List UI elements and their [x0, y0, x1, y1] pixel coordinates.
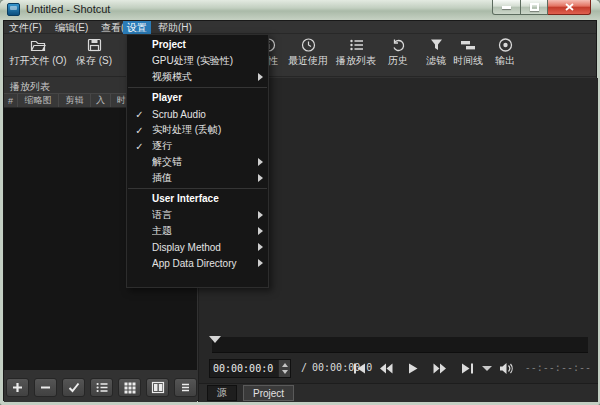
- position-spinbox[interactable]: 00:00:00:0: [209, 359, 291, 378]
- menu-file[interactable]: 文件(F): [5, 21, 46, 34]
- rewind-button[interactable]: [376, 361, 396, 376]
- playlist-add-button[interactable]: [6, 378, 29, 397]
- minimize-icon: [502, 6, 511, 9]
- menu-item-theme[interactable]: 主题: [127, 223, 268, 239]
- menu-section-project: Project: [127, 37, 268, 53]
- submenu-arrow-icon: [258, 73, 263, 81]
- hamburger-icon: [180, 382, 191, 393]
- menu-separator: [127, 85, 268, 90]
- maximize-button[interactable]: [521, 0, 548, 15]
- timeline-icon: [460, 38, 476, 52]
- skip-to-start-button[interactable]: [349, 361, 369, 376]
- playlist-update-button[interactable]: [62, 378, 85, 397]
- play-button[interactable]: [403, 361, 423, 376]
- save-button[interactable]: 保存 (S): [72, 38, 116, 68]
- app-icon: [7, 3, 20, 16]
- spin-up-icon[interactable]: [282, 363, 288, 367]
- open-file-button[interactable]: 打开文件 (O): [9, 38, 67, 68]
- submenu-arrow-icon: [258, 158, 263, 166]
- list-icon: [349, 38, 364, 52]
- volume-icon[interactable]: [499, 362, 514, 375]
- export-button[interactable]: 输出: [486, 38, 524, 68]
- menu-item-progressive[interactable]: ✓ 逐行: [127, 138, 268, 154]
- submenu-arrow-icon: [258, 211, 263, 219]
- menu-item-app-data-directory[interactable]: App Data Directory: [127, 255, 268, 271]
- menu-item-gpu[interactable]: GPU处理 (实验性): [127, 53, 268, 69]
- settings-dropdown-menu: Project GPU处理 (实验性) 视频模式 Player ✓ Scrub …: [126, 34, 269, 288]
- tab-source[interactable]: 源: [207, 385, 237, 401]
- menu-item-deinterlacer[interactable]: 解交错: [127, 154, 268, 170]
- minimize-button[interactable]: [492, 0, 521, 15]
- shotcut-window: Untitled - Shotcut 文件(F) 编辑(E) 查看(V) 设置 …: [0, 0, 600, 405]
- player-scrubber[interactable]: [212, 337, 588, 353]
- playhead-marker-icon[interactable]: [209, 336, 221, 343]
- play-icon: [408, 363, 418, 374]
- duration-separator: /: [301, 362, 307, 373]
- open-file-label: 打开文件 (O): [9, 54, 66, 68]
- volume-controls: [482, 361, 514, 376]
- skip-to-end-button[interactable]: [457, 361, 477, 376]
- tab-project[interactable]: Project: [243, 385, 294, 401]
- recent-label: 最近使用: [288, 54, 328, 68]
- menubar: 文件(F) 编辑(E) 查看(V) 设置 帮助(H): [4, 21, 596, 34]
- save-icon: [87, 38, 102, 52]
- export-label: 输出: [495, 54, 515, 68]
- menu-settings[interactable]: 设置: [123, 21, 151, 34]
- menu-item-realtime[interactable]: ✓ 实时处理 (丢帧): [127, 122, 268, 138]
- close-icon: [565, 3, 574, 11]
- menu-help[interactable]: 帮助(H): [154, 21, 196, 34]
- menu-item-language[interactable]: 语言: [127, 207, 268, 223]
- timeline-label: 时间线: [453, 54, 483, 68]
- view-tiles-button[interactable]: [118, 378, 141, 397]
- menu-item-interpolation[interactable]: 插值: [127, 170, 268, 186]
- history-button[interactable]: 历史: [380, 38, 416, 68]
- menu-item-scrub-audio[interactable]: ✓ Scrub Audio: [127, 106, 268, 122]
- window-title: Untitled - Shotcut: [26, 3, 110, 15]
- position-value[interactable]: 00:00:00:0: [210, 360, 278, 377]
- columns-icon: [152, 382, 164, 393]
- submenu-arrow-icon: [258, 227, 263, 235]
- window-controls: [492, 0, 591, 15]
- column-thumbnail[interactable]: 缩略图: [18, 94, 59, 107]
- playlist-menu-button[interactable]: [174, 378, 197, 397]
- playlist-remove-button[interactable]: [34, 378, 57, 397]
- playlist-button[interactable]: 播放列表: [332, 38, 380, 68]
- plus-icon: [12, 382, 23, 393]
- menu-edit[interactable]: 编辑(E): [51, 21, 92, 34]
- check-icon: ✓: [127, 141, 152, 152]
- check-icon: ✓: [127, 109, 152, 120]
- fast-forward-icon: [433, 363, 447, 374]
- menu-item-video-mode[interactable]: 视频模式: [127, 69, 268, 85]
- history-icon: [391, 38, 406, 52]
- menu-section-user-interface: User Interface: [127, 191, 268, 207]
- spin-down-icon[interactable]: [282, 370, 288, 374]
- player-menu-caret-icon[interactable]: [482, 366, 492, 371]
- submenu-arrow-icon: [258, 243, 263, 251]
- filters-label: 滤镜: [426, 54, 446, 68]
- open-folder-icon: [30, 38, 46, 52]
- fast-forward-button[interactable]: [430, 361, 450, 376]
- view-details-button[interactable]: [90, 378, 113, 397]
- column-index[interactable]: #: [4, 94, 18, 107]
- save-label: 保存 (S): [76, 54, 112, 68]
- clock-icon: [301, 38, 316, 52]
- playlist-label: 播放列表: [336, 54, 376, 68]
- menu-item-display-method[interactable]: Display Method: [127, 239, 268, 255]
- column-clip[interactable]: 剪辑: [59, 94, 91, 107]
- transport-controls: [349, 361, 477, 376]
- player-tabs: 源 Project: [199, 383, 598, 402]
- skip-start-icon: [353, 363, 366, 374]
- column-in[interactable]: 入: [91, 94, 111, 107]
- menu-section-player: Player: [127, 90, 268, 106]
- view-icons-button[interactable]: [146, 378, 169, 397]
- history-label: 历史: [388, 54, 408, 68]
- playlist-toolbar: [4, 378, 197, 398]
- timeline-button[interactable]: 时间线: [446, 38, 490, 68]
- submenu-arrow-icon: [258, 174, 263, 182]
- record-circle-icon: [498, 38, 513, 52]
- recent-button[interactable]: 最近使用: [284, 38, 332, 68]
- titlebar[interactable]: Untitled - Shotcut: [0, 0, 600, 20]
- app-content: 文件(F) 编辑(E) 查看(V) 设置 帮助(H) 打开文件 (O) 保存 (…: [3, 20, 597, 401]
- menu-separator: [127, 186, 268, 191]
- close-button[interactable]: [548, 0, 591, 15]
